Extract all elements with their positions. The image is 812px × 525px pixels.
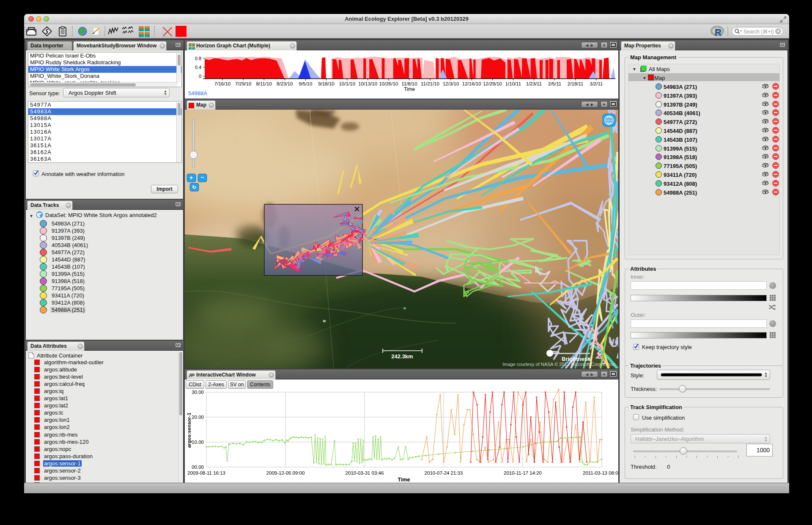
svg-text:R: R	[715, 27, 721, 37]
svg-text:1/23/11: 1/23/11	[526, 81, 542, 86]
svg-text:7/29/10: 7/29/10	[235, 81, 251, 86]
svg-text:9/18/10: 9/18/10	[318, 81, 334, 86]
svg-text:2010-07-24 21:33: 2010-07-24 21:33	[425, 470, 463, 476]
svg-text:argos:sensor-1: argos:sensor-1	[187, 412, 192, 448]
svg-text:Time: Time	[404, 86, 415, 92]
svg-text:10/13/10: 10/13/10	[358, 81, 377, 86]
svg-text:20.00: 20.00	[192, 415, 204, 420]
svg-text:2/5/11: 2/5/11	[548, 81, 561, 86]
svg-text:2/18/11: 2/18/11	[568, 81, 584, 86]
svg-text:2011-03-13 08:06: 2011-03-13 08:06	[583, 470, 618, 476]
svg-text:+: +	[189, 174, 193, 181]
svg-text:11/8/10: 11/8/10	[401, 81, 417, 86]
svg-text:10/1/10: 10/1/10	[339, 81, 355, 86]
svg-text:Time: Time	[398, 477, 410, 483]
svg-text:10/26/10: 10/26/10	[379, 81, 398, 86]
svg-text:0.8: 0.8	[195, 56, 201, 61]
svg-text:8/11/10: 8/11/10	[256, 81, 272, 86]
svg-text:↻: ↻	[192, 184, 196, 190]
svg-text:7/16/10: 7/16/10	[214, 81, 230, 86]
svg-text:12/3/10: 12/3/10	[443, 81, 459, 86]
svg-text:0: 0	[199, 74, 201, 79]
svg-text:2010-11-17 14:20: 2010-11-17 14:20	[504, 470, 542, 476]
svg-text:12/16/10: 12/16/10	[462, 81, 481, 86]
svg-text:10.00: 10.00	[192, 440, 204, 445]
svg-text:Image courtesy of NASA © 2012: Image courtesy of NASA © 2012 Microsoft …	[502, 362, 615, 367]
svg-text:0.4: 0.4	[195, 65, 201, 70]
svg-text:2009-08-11 16:13: 2009-08-11 16:13	[187, 470, 225, 476]
svg-text:00.00: 00.00	[192, 465, 204, 470]
svg-text:2010-03-31 03:46: 2010-03-31 03:46	[346, 470, 384, 476]
svg-text:242.3km: 242.3km	[391, 353, 413, 360]
svg-text:30.00: 30.00	[192, 390, 204, 395]
svg-text:9/5/10: 9/5/10	[299, 81, 312, 86]
svg-text:Brightness: Brightness	[562, 356, 590, 362]
svg-text:3/2/11: 3/2/11	[590, 81, 603, 86]
svg-text:8/23/10: 8/23/10	[277, 81, 293, 86]
svg-text:−: −	[200, 174, 204, 181]
svg-text:11/21/10: 11/21/10	[421, 81, 439, 86]
svg-text:54988A: 54988A	[188, 90, 207, 96]
svg-text:2009-12-05 09:00: 2009-12-05 09:00	[266, 470, 305, 476]
svg-text:12/29/10: 12/29/10	[483, 81, 502, 86]
svg-text:1/10/11: 1/10/11	[505, 81, 521, 86]
